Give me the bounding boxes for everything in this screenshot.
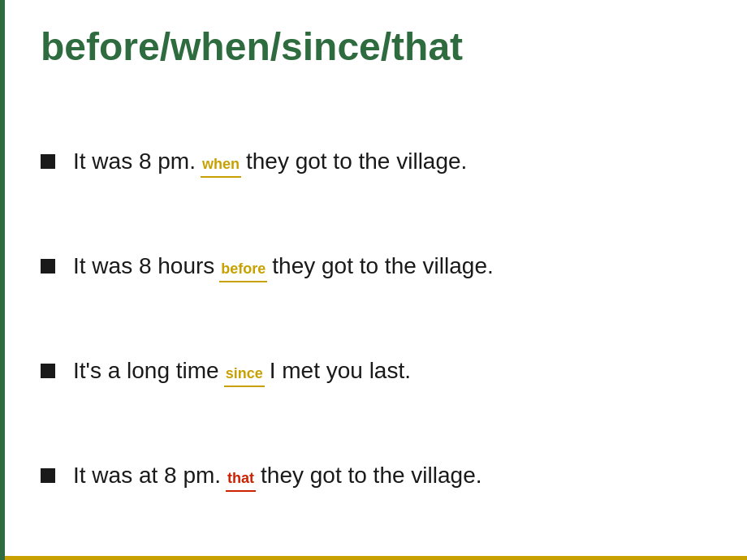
bullet-item-4: It was at 8 pm. that they got to the vil… xyxy=(41,453,706,498)
keyword-since: since xyxy=(224,362,265,387)
bullet-item-2: It was 8 hours before they got to the vi… xyxy=(41,243,706,289)
bullet-square-4 xyxy=(41,468,55,483)
sentence-4-part2: they got to the village. xyxy=(261,459,481,491)
keyword-when: when xyxy=(201,153,241,178)
sentence-1-part1: It was 8 pm. xyxy=(73,145,196,177)
bullet-square-1 xyxy=(41,154,55,169)
bullet-item-1: It was 8 pm. when they got to the villag… xyxy=(41,139,706,184)
sentence-3-part1: It's a long time xyxy=(73,355,219,386)
sentence-4: It was at 8 pm. that they got to the vil… xyxy=(73,459,481,492)
sentence-2-part2: they got to the village. xyxy=(272,250,493,282)
bullet-square-3 xyxy=(41,364,55,378)
sentence-3: It's a long time since I met you last. xyxy=(73,355,411,387)
slide-title: before/when/since/that xyxy=(41,24,706,77)
keyword-before: before xyxy=(219,257,267,282)
bottom-bar xyxy=(5,556,747,560)
sentence-1: It was 8 pm. when they got to the villag… xyxy=(73,145,467,178)
sentence-3-part2: I met you last. xyxy=(270,355,411,386)
slide: before/when/since/that It was 8 pm. when… xyxy=(0,0,747,560)
sentence-1-part2: they got to the village. xyxy=(246,145,467,177)
sentence-4-part1: It was at 8 pm. xyxy=(73,459,221,491)
sentence-2-part1: It was 8 hours xyxy=(73,250,214,282)
bullet-item-3: It's a long time since I met you last. xyxy=(41,348,706,394)
sentence-2: It was 8 hours before they got to the vi… xyxy=(73,250,494,282)
keyword-that: that xyxy=(226,467,256,492)
content-area: It was 8 pm. when they got to the villag… xyxy=(41,101,706,536)
bullet-square-2 xyxy=(41,259,55,274)
